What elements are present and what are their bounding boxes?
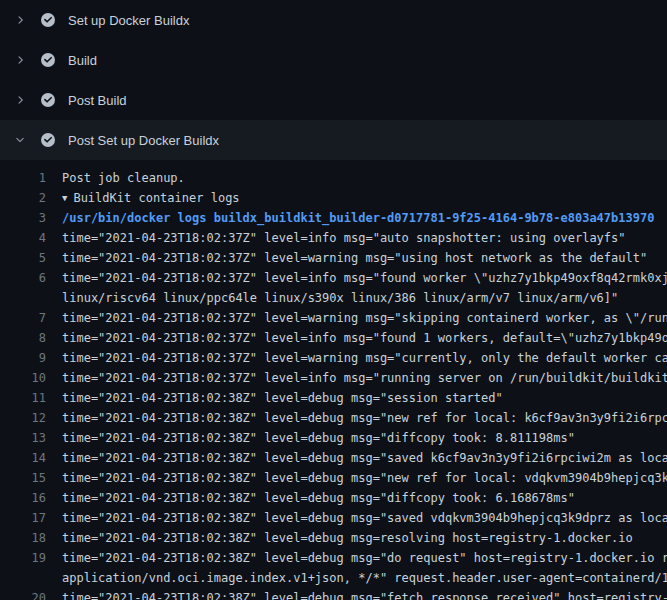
log-line: 4 time="2021-04-23T18:02:37Z" level=info… [0,228,667,248]
line-text: time="2021-04-23T18:02:37Z" level=info m… [62,268,667,288]
line-text: time="2021-04-23T18:02:38Z" level=debug … [62,448,667,468]
line-number[interactable]: 5 [0,248,46,268]
log-line: 1 Post job cleanup. [0,168,667,188]
log-line: 10 time="2021-04-23T18:02:37Z" level=inf… [0,368,667,388]
line-text: application/vnd.oci.image.index.v1+json,… [62,568,667,588]
line-text: time="2021-04-23T18:02:38Z" level=debug … [62,428,667,448]
line-number[interactable]: 19 [0,548,46,568]
success-check-icon [40,12,56,28]
line-text: time="2021-04-23T18:02:38Z" level=debug … [62,468,667,488]
line-number[interactable]: 9 [0,348,46,368]
line-text[interactable]: ▼BuildKit container logs [62,188,667,208]
step-row-2[interactable]: Post Build [0,80,667,120]
chevron-right-icon [14,54,26,66]
log-line: application/vnd.oci.image.index.v1+json,… [0,568,667,588]
line-number[interactable]: 1 [0,168,46,188]
line-text: time="2021-04-23T18:02:38Z" level=debug … [62,548,667,568]
line-number[interactable]: 17 [0,508,46,528]
line-number[interactable]: 11 [0,388,46,408]
log-line: 15 time="2021-04-23T18:02:38Z" level=deb… [0,468,667,488]
log-line: 11 time="2021-04-23T18:02:38Z" level=deb… [0,388,667,408]
log-line: 9 time="2021-04-23T18:02:37Z" level=warn… [0,348,667,368]
log-line: 19 time="2021-04-23T18:02:38Z" level=deb… [0,548,667,568]
line-text: time="2021-04-23T18:02:38Z" level=debug … [62,528,667,548]
line-text: Post job cleanup. [62,168,667,188]
line-text: time="2021-04-23T18:02:38Z" level=debug … [62,488,667,508]
step-row-3[interactable]: Post Set up Docker Buildx [0,120,667,160]
line-text: time="2021-04-23T18:02:37Z" level=info m… [62,368,667,388]
steps-list: Set up Docker Buildx Build Post Build Po… [0,0,667,160]
log-line: linux/riscv64 linux/ppc64le linux/s390x … [0,288,667,308]
log-line: 12 time="2021-04-23T18:02:38Z" level=deb… [0,408,667,428]
line-number[interactable]: 8 [0,328,46,348]
line-text: time="2021-04-23T18:02:37Z" level=warnin… [62,248,667,268]
chevron-right-icon [14,94,26,106]
line-text: time="2021-04-23T18:02:38Z" level=debug … [62,408,667,428]
line-number[interactable] [0,288,46,308]
line-number[interactable]: 13 [0,428,46,448]
group-toggle-icon[interactable]: ▼ [62,193,67,203]
log-line: 18 time="2021-04-23T18:02:38Z" level=deb… [0,528,667,548]
success-check-icon [40,52,56,68]
line-number[interactable]: 10 [0,368,46,388]
line-number[interactable]: 3 [0,208,46,228]
log-line: 20 time="2021-04-23T18:02:38Z" level=deb… [0,588,667,600]
line-text: time="2021-04-23T18:02:38Z" level=debug … [62,508,667,528]
log-lines: 1 Post job cleanup. 2 ▼BuildKit containe… [0,168,667,600]
line-number[interactable]: 2 [0,188,46,208]
step-label: Post Set up Docker Buildx [68,133,219,148]
step-label: Post Build [68,93,127,108]
log-line: 16 time="2021-04-23T18:02:38Z" level=deb… [0,488,667,508]
line-number[interactable] [0,568,46,588]
step-row-1[interactable]: Build [0,40,667,80]
line-number[interactable]: 14 [0,448,46,468]
line-text: time="2021-04-23T18:02:38Z" level=debug … [62,388,667,408]
line-number[interactable]: 20 [0,588,46,600]
chevron-down-icon [14,134,26,146]
step-row-0[interactable]: Set up Docker Buildx [0,0,667,40]
log-line: 3 /usr/bin/docker logs buildx_buildkit_b… [0,208,667,228]
log-line: 13 time="2021-04-23T18:02:38Z" level=deb… [0,428,667,448]
step-label: Set up Docker Buildx [68,13,189,28]
success-check-icon [40,132,56,148]
line-number[interactable]: 18 [0,528,46,548]
line-number[interactable]: 7 [0,308,46,328]
chevron-right-icon [14,14,26,26]
log-line: 14 time="2021-04-23T18:02:38Z" level=deb… [0,448,667,468]
log-line: 17 time="2021-04-23T18:02:38Z" level=deb… [0,508,667,528]
line-text: time="2021-04-23T18:02:37Z" level=warnin… [62,308,667,328]
log-line: 8 time="2021-04-23T18:02:37Z" level=info… [0,328,667,348]
line-number[interactable]: 12 [0,408,46,428]
line-number[interactable]: 6 [0,268,46,288]
log-line[interactable]: 2 ▼BuildKit container logs [0,188,667,208]
line-text: time="2021-04-23T18:02:38Z" level=debug … [62,588,667,600]
line-number[interactable]: 15 [0,468,46,488]
actions-log-viewer: Set up Docker Buildx Build Post Build Po… [0,0,667,600]
line-text: time="2021-04-23T18:02:37Z" level=warnin… [62,348,667,368]
line-text: time="2021-04-23T18:02:37Z" level=info m… [62,228,667,248]
step-label: Build [68,53,97,68]
line-number[interactable]: 4 [0,228,46,248]
log-line: 6 time="2021-04-23T18:02:37Z" level=info… [0,268,667,288]
line-text: linux/riscv64 linux/ppc64le linux/s390x … [62,288,667,308]
log-line: 5 time="2021-04-23T18:02:37Z" level=warn… [0,248,667,268]
log-line: 7 time="2021-04-23T18:02:37Z" level=warn… [0,308,667,328]
success-check-icon [40,92,56,108]
line-text: /usr/bin/docker logs buildx_buildkit_bui… [62,208,667,228]
line-number[interactable]: 16 [0,488,46,508]
line-text: time="2021-04-23T18:02:37Z" level=info m… [62,328,667,348]
log-panel: 1 Post job cleanup. 2 ▼BuildKit containe… [0,160,667,600]
